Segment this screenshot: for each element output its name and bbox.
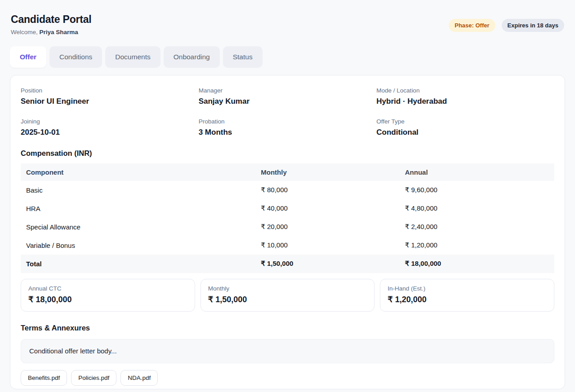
summary-label: Annual CTC (28, 285, 187, 292)
terms-title: Terms & Annexures (21, 324, 554, 332)
summary-card-in-hand: In-Hand (Est.) ₹ 1,20,000 (380, 279, 554, 312)
compensation-title: Compensation (INR) (21, 149, 554, 158)
offer-info-grid: Position Senior UI Engineer Manager Sanj… (21, 87, 554, 137)
summary-value: ₹ 18,00,000 (28, 295, 187, 304)
tab-status[interactable]: Status (223, 46, 263, 68)
welcome-prefix: Welcome, (11, 29, 38, 35)
field-value: 3 Months (199, 128, 377, 137)
cell-monthly: ₹ 40,000 (255, 199, 399, 218)
field-value: 2025-10-01 (21, 128, 199, 137)
annexure-nda-pdf[interactable]: NDA.pdf (120, 370, 158, 386)
cell-total-annual: ₹ 18,00,000 (400, 255, 554, 273)
phase-badge: Phase: Offer (449, 19, 495, 32)
field-value: Hybrid · Hyderabad (376, 97, 554, 106)
tab-offer[interactable]: Offer (10, 46, 46, 68)
field-value: Senior UI Engineer (21, 97, 199, 106)
summary-label: Monthly (208, 285, 367, 292)
cell-annual: ₹ 4,80,000 (400, 199, 554, 218)
cell-annual: ₹ 1,20,000 (400, 236, 554, 255)
summary-value: ₹ 1,20,000 (388, 295, 547, 304)
cell-annual: ₹ 2,40,000 (400, 218, 554, 236)
tab-conditions[interactable]: Conditions (49, 46, 102, 68)
summary-cards: Annual CTC ₹ 18,00,000 Monthly ₹ 1,50,00… (21, 279, 554, 312)
table-header-row: Component Monthly Annual (21, 163, 554, 181)
tab-bar: Offer Conditions Documents Onboarding St… (10, 46, 565, 68)
field-position: Position Senior UI Engineer (21, 87, 199, 106)
table-row: Variable / Bonus ₹ 10,000 ₹ 1,20,000 (21, 236, 554, 255)
annexure-policies-pdf[interactable]: Policies.pdf (71, 370, 116, 386)
field-value: Sanjay Kumar (199, 97, 377, 106)
cell-component: HRA (21, 199, 255, 218)
col-header-annual: Annual (400, 163, 554, 181)
summary-card-annual-ctc: Annual CTC ₹ 18,00,000 (21, 279, 195, 312)
field-label: Mode / Location (376, 87, 554, 94)
summary-card-monthly: Monthly ₹ 1,50,000 (201, 279, 375, 312)
tab-onboarding[interactable]: Onboarding (164, 46, 220, 68)
table-row: Basic ₹ 80,000 ₹ 9,60,000 (21, 181, 554, 199)
header-left: Candidate Portal Welcome, Priya Sharma (11, 13, 92, 35)
field-label: Position (21, 87, 199, 94)
cell-total-label: Total (21, 255, 255, 273)
table-total-row: Total ₹ 1,50,000 ₹ 18,00,000 (21, 255, 554, 273)
table-row: Special Allowance ₹ 20,000 ₹ 2,40,000 (21, 218, 554, 236)
cell-component: Variable / Bonus (21, 236, 255, 255)
cell-monthly: ₹ 80,000 (255, 181, 399, 199)
field-mode-location: Mode / Location Hybrid · Hyderabad (376, 87, 554, 106)
offer-panel: Position Senior UI Engineer Manager Sanj… (10, 75, 565, 389)
header-badges: Phase: Offer Expires in 18 days (449, 19, 564, 32)
field-label: Offer Type (376, 118, 554, 125)
page-header: Candidate Portal Welcome, Priya Sharma P… (10, 13, 565, 35)
cell-annual: ₹ 9,60,000 (400, 181, 554, 199)
field-manager: Manager Sanjay Kumar (199, 87, 377, 106)
field-offer-type: Offer Type Conditional (376, 118, 554, 137)
field-label: Manager (199, 87, 377, 94)
table-row: HRA ₹ 40,000 ₹ 4,80,000 (21, 199, 554, 218)
cell-component: Special Allowance (21, 218, 255, 236)
offer-letter-body-field[interactable]: Conditional offer letter body... (21, 339, 554, 363)
col-header-component: Component (21, 163, 255, 181)
field-joining: Joining 2025-10-01 (21, 118, 199, 137)
annexure-chips: Benefits.pdf Policies.pdf NDA.pdf (21, 370, 554, 386)
page-title: Candidate Portal (11, 13, 92, 26)
field-label: Probation (199, 118, 377, 125)
annexure-benefits-pdf[interactable]: Benefits.pdf (21, 370, 67, 386)
tab-documents[interactable]: Documents (105, 46, 160, 68)
expiry-badge: Expires in 18 days (502, 19, 564, 32)
col-header-monthly: Monthly (255, 163, 399, 181)
summary-value: ₹ 1,50,000 (208, 295, 367, 304)
compensation-table: Component Monthly Annual Basic ₹ 80,000 … (21, 163, 554, 273)
field-probation: Probation 3 Months (199, 118, 377, 137)
cell-monthly: ₹ 10,000 (255, 236, 399, 255)
field-value: Conditional (376, 128, 554, 137)
cell-monthly: ₹ 20,000 (255, 218, 399, 236)
summary-label: In-Hand (Est.) (388, 285, 547, 292)
cell-component: Basic (21, 181, 255, 199)
cell-total-monthly: ₹ 1,50,000 (255, 255, 399, 273)
welcome-text: Welcome, Priya Sharma (11, 29, 92, 35)
field-label: Joining (21, 118, 199, 125)
welcome-user-name: Priya Sharma (40, 29, 78, 35)
